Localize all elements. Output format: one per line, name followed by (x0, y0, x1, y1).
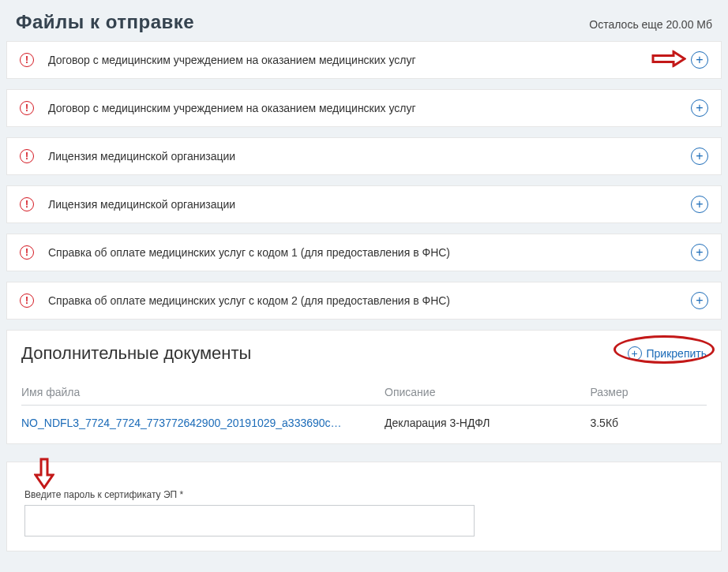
warning-icon: ! (20, 245, 34, 260)
attach-button[interactable]: + Прикрепить (628, 346, 707, 361)
file-row: ! Договор с медицинским учреждением на о… (6, 89, 722, 127)
add-file-button[interactable]: + (691, 292, 708, 309)
additional-title: Дополнительные документы (21, 343, 251, 364)
warning-icon: ! (20, 149, 34, 163)
file-row: ! Справка об оплате медицинских услуг с … (6, 234, 722, 271)
file-row: ! Лицензия медицинской организации + (6, 137, 722, 175)
file-row: ! Справка об оплате медицинских услуг с … (6, 282, 722, 320)
file-size: 3.5Кб (590, 417, 707, 429)
col-header-desc: Описание (385, 386, 590, 398)
file-desc: Декларация 3-НДФЛ (385, 417, 590, 429)
file-label: Справка об оплате медицинских услуг с ко… (48, 294, 691, 307)
password-label: Введите пароль к сертификату ЭП * (24, 489, 704, 500)
file-label: Лицензия медицинской организации (48, 198, 691, 211)
attach-button-label: Прикрепить (647, 347, 707, 360)
add-file-button[interactable]: + (691, 51, 708, 69)
add-file-button[interactable]: + (691, 148, 708, 165)
file-link[interactable]: NO_NDFL3_7724_7724_773772642900_20191029… (21, 417, 385, 429)
file-label: Лицензия медицинской организации (48, 150, 691, 163)
warning-icon: ! (20, 101, 34, 115)
annotation-arrow-down-icon (34, 458, 54, 492)
remaining-text: Осталось еще 20.00 Мб (589, 18, 712, 31)
col-header-name: Имя файла (21, 386, 385, 398)
additional-documents-block: Дополнительные документы + Прикрепить Им… (6, 330, 722, 444)
file-label: Справка об оплате медицинских услуг с ко… (48, 246, 691, 259)
warning-icon: ! (20, 197, 34, 211)
section-title: Файлы к отправке (16, 11, 194, 33)
file-label: Договор с медицинским учреждением на ока… (48, 54, 691, 66)
password-input[interactable] (24, 505, 475, 536)
warning-icon: ! (20, 53, 34, 67)
annotation-arrow-right-icon (651, 50, 686, 70)
file-row: ! Договор с медицинским учреждением на о… (6, 41, 722, 79)
table-row: NO_NDFL3_7724_7724_773772642900_20191029… (21, 413, 707, 436)
password-block: Введите пароль к сертификату ЭП * (6, 462, 722, 551)
col-header-size: Размер (590, 386, 707, 398)
file-row: ! Лицензия медицинской организации + (6, 185, 722, 223)
table-header: Имя файла Описание Размер (21, 386, 707, 406)
plus-icon: + (628, 346, 642, 361)
add-file-button[interactable]: + (691, 244, 708, 261)
warning-icon: ! (20, 293, 34, 308)
add-file-button[interactable]: + (691, 99, 708, 117)
add-file-button[interactable]: + (691, 196, 708, 213)
file-label: Договор с медицинским учреждением на ока… (48, 102, 691, 114)
